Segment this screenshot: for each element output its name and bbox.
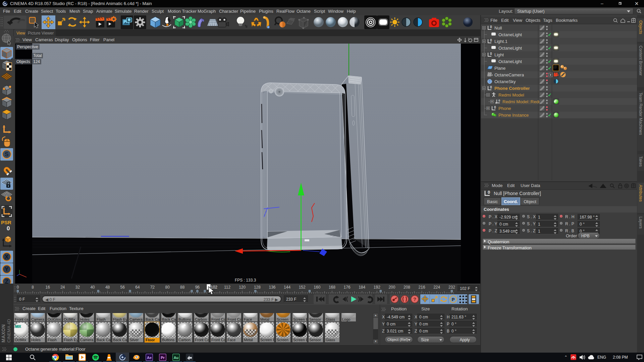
svg-text:232: 232 <box>448 285 455 290</box>
svg-text:184: 184 <box>359 285 365 290</box>
svg-text:224: 224 <box>433 285 440 290</box>
svg-text:160: 160 <box>314 285 320 290</box>
svg-text:208: 208 <box>404 285 410 290</box>
svg-text:128: 128 <box>254 285 261 290</box>
svg-text:0: 0 <box>490 85 492 89</box>
svg-text:S: S <box>5 151 8 158</box>
svg-text:P: P <box>452 297 455 302</box>
svg-text:Pr: Pr <box>161 356 165 360</box>
svg-text:0: 0 <box>498 99 500 102</box>
svg-text:PSR: PSR <box>1 220 11 225</box>
svg-text:56: 56 <box>120 285 125 290</box>
svg-text:168: 168 <box>329 285 335 290</box>
svg-text:Y: Y <box>5 266 9 273</box>
svg-text:0: 0 <box>488 190 490 195</box>
svg-text:0: 0 <box>490 52 492 56</box>
svg-text:64: 64 <box>135 285 140 290</box>
svg-text:?: ? <box>413 296 416 302</box>
svg-text:8: 8 <box>32 285 34 290</box>
svg-text:96: 96 <box>195 285 200 290</box>
svg-text:136: 136 <box>269 285 275 290</box>
svg-text:192: 192 <box>374 285 380 290</box>
svg-text:72: 72 <box>150 285 155 290</box>
svg-text:80: 80 <box>165 285 170 290</box>
svg-text:24: 24 <box>60 285 65 290</box>
svg-text:144: 144 <box>284 285 290 290</box>
svg-text:0: 0 <box>17 285 19 290</box>
svg-text:16: 16 <box>46 285 50 290</box>
svg-text:32: 32 <box>75 285 80 290</box>
svg-text:48: 48 <box>105 285 110 290</box>
svg-text:0: 0 <box>490 25 492 29</box>
svg-text:0: 0 <box>494 106 496 109</box>
svg-text:Ae: Ae <box>147 356 152 360</box>
svg-text:176: 176 <box>344 285 351 290</box>
svg-text:112: 112 <box>224 285 230 290</box>
svg-text:88: 88 <box>180 285 185 290</box>
svg-text:0: 0 <box>7 225 10 232</box>
svg-text:120: 120 <box>239 285 246 290</box>
svg-text:216: 216 <box>419 285 425 290</box>
svg-text:0: 0 <box>490 39 492 42</box>
svg-text:200: 200 <box>388 285 395 290</box>
svg-text:X: X <box>5 254 9 260</box>
svg-text:Au: Au <box>174 356 179 360</box>
svg-text:40: 40 <box>90 285 95 290</box>
svg-text:152: 152 <box>299 285 306 290</box>
